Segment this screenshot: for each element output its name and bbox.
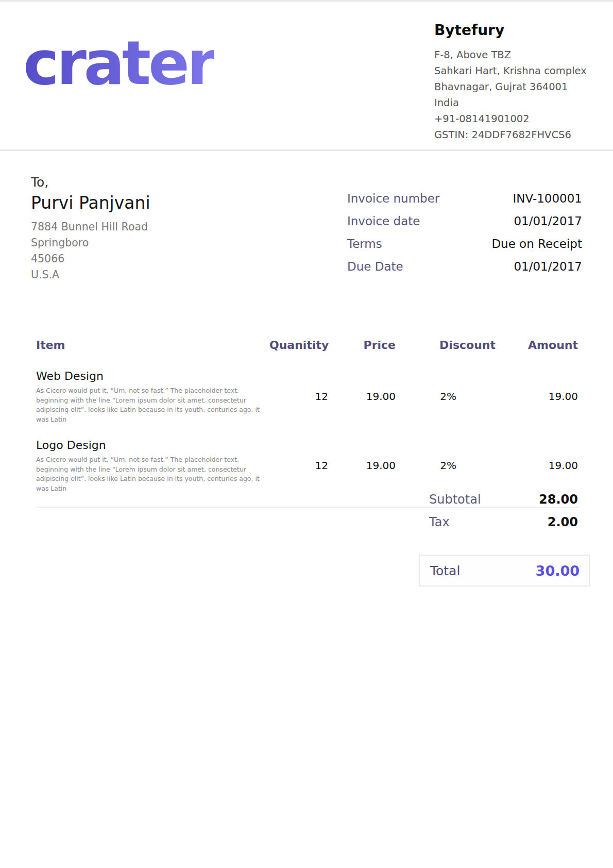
item-cell: Logo Design As Cicero would put it, “Um,… bbox=[36, 438, 269, 493]
column-header-quantity: Quanitity bbox=[269, 338, 328, 353]
item-description: As Cicero would put it, “Um, not so fast… bbox=[36, 386, 270, 424]
due-date-label: Due Date bbox=[347, 260, 403, 273]
totals-spacer bbox=[419, 538, 590, 555]
invoice-number-value: INV-100001 bbox=[513, 192, 582, 205]
table-row: Logo Design As Cicero would put it, “Um,… bbox=[36, 438, 578, 493]
invoice-date-row: Invoice date 01/01/2017 bbox=[347, 214, 582, 228]
bill-to-greeting: To, bbox=[31, 174, 268, 191]
grand-total-box: Total 30.00 bbox=[419, 555, 590, 587]
item-price: 19.00 bbox=[328, 459, 396, 472]
company-name: Bytefury bbox=[434, 21, 604, 40]
due-date-value: 01/01/2017 bbox=[514, 260, 582, 273]
item-amount: 19.00 bbox=[496, 459, 578, 472]
column-header-price: Price bbox=[328, 338, 396, 353]
tax-value: 2.00 bbox=[548, 515, 578, 529]
item-name: Logo Design bbox=[36, 438, 269, 453]
crater-logo: crater bbox=[23, 30, 214, 97]
invoice-number-row: Invoice number INV-100001 bbox=[347, 192, 582, 205]
terms-value: Due on Receipt bbox=[491, 237, 582, 251]
company-block: Bytefury F-8, Above TBZ Sahkari Hart, Kr… bbox=[434, 21, 604, 143]
company-address: F-8, Above TBZ Sahkari Hart, Krishna com… bbox=[434, 47, 604, 143]
item-cell: Web Design As Cicero would put it, “Um, … bbox=[36, 369, 269, 424]
customer-address-line: 7884 Bunnel Hill Road bbox=[31, 219, 268, 235]
item-name: Web Design bbox=[36, 369, 269, 384]
bill-to-block: To, Purvi Panjvani 7884 Bunnel Hill Road… bbox=[31, 174, 268, 283]
invoice-meta-block: Invoice number INV-100001 Invoice date 0… bbox=[347, 192, 582, 282]
invoice-number-label: Invoice number bbox=[347, 192, 439, 205]
customer-address-line: Springboro bbox=[31, 235, 268, 251]
column-header-amount: Amount bbox=[496, 338, 578, 353]
item-quantity: 12 bbox=[269, 459, 328, 472]
item-amount: 19.00 bbox=[496, 390, 578, 403]
page-top-border bbox=[0, 0, 613, 2]
items-table: Item Quanitity Price Discount Amount Web… bbox=[36, 338, 578, 508]
tax-label: Tax bbox=[429, 515, 450, 529]
due-date-row: Due Date 01/01/2017 bbox=[347, 260, 582, 273]
customer-address-line: U.S.A bbox=[31, 267, 268, 283]
invoice-date-value: 01/01/2017 bbox=[514, 214, 582, 228]
customer-name: Purvi Panjvani bbox=[31, 191, 268, 215]
company-address-line: Sahkari Hart, Krishna complex bbox=[434, 63, 604, 79]
company-gstin: GSTIN: 24DDF7682FHVCS6 bbox=[434, 127, 604, 143]
subtotal-value: 28.00 bbox=[539, 492, 578, 507]
company-address-line: Bhavnagar, Gujrat 364001 bbox=[434, 79, 604, 95]
company-address-line: F-8, Above TBZ bbox=[434, 47, 604, 63]
invoice-page: crater Bytefury F-8, Above TBZ Sahkari H… bbox=[0, 0, 613, 868]
header-divider bbox=[0, 149, 613, 151]
item-discount: 2% bbox=[396, 390, 496, 403]
tax-row: Tax 2.00 bbox=[419, 515, 590, 530]
subtotal-row: Subtotal 28.00 bbox=[419, 492, 590, 508]
item-quantity: 12 bbox=[269, 390, 328, 403]
company-phone: +91-08141901002 bbox=[434, 111, 604, 127]
item-price: 19.00 bbox=[328, 390, 396, 403]
totals-block: Subtotal 28.00 Tax 2.00 Total 30.00 bbox=[419, 492, 590, 587]
company-address-line: India bbox=[434, 95, 604, 111]
column-header-discount: Discount bbox=[396, 338, 496, 353]
column-header-item: Item bbox=[36, 338, 269, 353]
customer-address: 7884 Bunnel Hill Road Springboro 45066 U… bbox=[31, 219, 268, 283]
grand-total-label: Total bbox=[430, 563, 460, 578]
customer-address-line: 45066 bbox=[31, 251, 268, 267]
invoice-date-label: Invoice date bbox=[347, 214, 420, 228]
item-description: As Cicero would put it, “Um, not so fast… bbox=[36, 455, 270, 493]
terms-row: Terms Due on Receipt bbox=[347, 237, 582, 251]
items-table-header: Item Quanitity Price Discount Amount bbox=[36, 338, 578, 353]
subtotal-label: Subtotal bbox=[429, 492, 481, 507]
table-row: Web Design As Cicero would put it, “Um, … bbox=[36, 369, 578, 424]
item-discount: 2% bbox=[396, 459, 496, 472]
terms-label: Terms bbox=[347, 237, 382, 251]
grand-total-value: 30.00 bbox=[536, 563, 580, 579]
